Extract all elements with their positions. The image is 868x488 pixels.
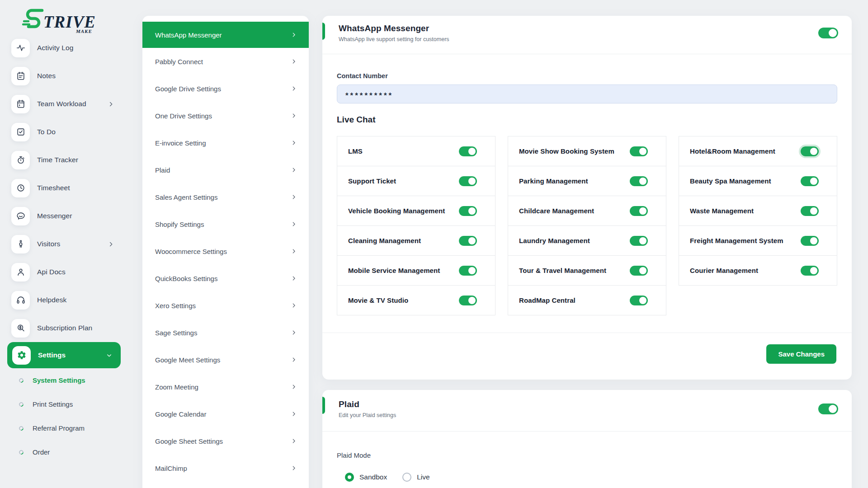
module-toggle[interactable]	[630, 296, 648, 305]
settings-menu-item-e-invoice-setting[interactable]: E-invoice Setting	[142, 129, 309, 156]
sidebar-item-activity-log[interactable]: Activity Log	[0, 34, 131, 62]
radio-unselected-icon[interactable]	[402, 473, 411, 482]
sidebar-subitem-referral-program[interactable]: Referral Program	[0, 416, 131, 440]
module-row-lms: LMS	[337, 136, 495, 166]
module-row-vehicle-booking-management: Vehicle Booking Management	[337, 196, 495, 226]
sidebar-item-time-tracker[interactable]: Time Tracker	[0, 146, 131, 174]
settings-menu-item-plaid[interactable]: Plaid	[142, 156, 309, 183]
menu-item-label: Shopify Settings	[155, 221, 204, 228]
settings-menu-item-shopify-settings[interactable]: Shopify Settings	[142, 211, 309, 238]
sidebar-item-notes[interactable]: Notes	[0, 62, 131, 90]
module-toggle[interactable]	[459, 266, 477, 276]
module-toggle[interactable]	[630, 266, 648, 276]
module-row-tour-travel-management: Tour & Travel Management	[508, 255, 666, 286]
settings-menu-item-whatsapp-messenger[interactable]: WhatsApp Messenger	[142, 22, 309, 48]
module-toggle[interactable]	[459, 206, 477, 216]
module-label: Hotel&Room Management	[690, 147, 775, 155]
settings-menu-item-google-sheet-settings[interactable]: Google Sheet Settings	[142, 427, 309, 455]
settings-menu-item-one-drive-settings[interactable]: One Drive Settings	[142, 102, 309, 129]
settings-menu-item-xero-settings[interactable]: Xero Settings	[142, 292, 309, 319]
plaid-enabled-toggle[interactable]	[818, 404, 838, 414]
module-row-mobile-service-management: Mobile Service Management	[337, 255, 495, 286]
sidebar-item-label: Helpdesk	[37, 296, 66, 304]
module-label: Mobile Service Management	[348, 267, 440, 274]
sidebar-item-messenger[interactable]: Messenger	[0, 202, 131, 230]
gear-icon	[12, 346, 31, 365]
sidebar-item-subscription-plan[interactable]: Subscription Plan	[0, 314, 131, 342]
module-toggle[interactable]	[630, 206, 648, 216]
sidebar-item-label: Notes	[37, 72, 56, 80]
live-chat-column: Hotel&Room ManagementBeauty Spa Manageme…	[679, 136, 837, 286]
settings-menu-item-google-meet-settings[interactable]: Google Meet Settings	[142, 346, 309, 373]
module-toggle[interactable]	[801, 266, 819, 276]
menu-item-label: Xero Settings	[155, 302, 196, 310]
chevron-right-icon	[291, 357, 297, 363]
contact-number-input[interactable]: **********	[337, 84, 837, 103]
module-row-cleaning-management: Cleaning Management	[337, 225, 495, 256]
module-label: Parking Management	[519, 177, 588, 185]
sidebar-item-timesheet[interactable]: Timesheet	[0, 174, 131, 202]
module-toggle[interactable]	[459, 176, 477, 186]
menu-item-label: Google Drive Settings	[155, 85, 221, 93]
module-toggle[interactable]	[630, 236, 648, 246]
module-toggle[interactable]	[459, 146, 477, 156]
module-toggle[interactable]	[801, 146, 819, 156]
sidebar-item-to-do[interactable]: To Do	[0, 118, 131, 146]
sidebar-subitem-system-settings[interactable]: System Settings	[0, 368, 131, 392]
radio-label: Live	[417, 473, 429, 481]
module-toggle[interactable]	[801, 176, 819, 186]
settings-menu-item-mailchimp[interactable]: MailChimp	[142, 455, 309, 482]
menu-item-label: WhatsApp Messenger	[155, 31, 222, 39]
module-toggle[interactable]	[630, 146, 648, 156]
sidebar-item-helpdesk[interactable]: Helpdesk	[0, 286, 131, 314]
menu-item-label: One Drive Settings	[155, 112, 212, 120]
settings-menu-item-pabbly-connect[interactable]: Pabbly Connect	[142, 48, 309, 75]
whatsapp-enabled-toggle[interactable]	[818, 28, 838, 38]
settings-menu-item-google-drive-settings[interactable]: Google Drive Settings	[142, 75, 309, 102]
live-chat-grid: LMSSupport TicketVehicle Booking Managem…	[337, 136, 837, 315]
settings-menu-item-sage-settings[interactable]: Sage Settings	[142, 319, 309, 346]
chevron-right-icon	[108, 241, 114, 248]
plaid-mode-option-live[interactable]: Live	[402, 473, 429, 482]
calendar-icon	[11, 95, 30, 113]
module-toggle[interactable]	[801, 236, 819, 246]
settings-menu-item-woocommerce-settings[interactable]: Woocommerce Settings	[142, 238, 309, 265]
module-row-beauty-spa-management: Beauty Spa Management	[679, 166, 837, 196]
module-row-waste-management: Waste Management	[679, 196, 837, 226]
module-toggle[interactable]	[459, 236, 477, 246]
sidebar-subitem-print-settings[interactable]: Print Settings	[0, 392, 131, 416]
chevron-right-icon	[291, 384, 297, 390]
settings-menu-item-quickbooks-settings[interactable]: QuickBooks Settings	[142, 265, 309, 292]
whatsapp-card-title: WhatsApp Messenger	[339, 23, 818, 33]
settings-sub-nav: System SettingsPrint SettingsReferral Pr…	[0, 368, 131, 464]
activity-icon	[11, 39, 30, 57]
strive-logo[interactable]: TRIVE MAKE	[22, 7, 105, 36]
module-toggle[interactable]	[801, 206, 819, 216]
sidebar-item-label: Visitors	[37, 240, 60, 248]
settings-menu-item-zoom-meeting[interactable]: Zoom Meeting	[142, 373, 309, 400]
chevron-right-icon	[291, 221, 297, 227]
sidebar-subitem-label: System Settings	[33, 376, 85, 384]
module-row-freight-management-system: Freight Management System	[679, 225, 837, 256]
sidebar-item-settings[interactable]: Settings	[7, 342, 121, 368]
radio-selected-icon[interactable]	[345, 473, 354, 482]
plaid-mode-option-sandbox[interactable]: Sandbox	[345, 473, 387, 482]
sidebar-subitem-label: Order	[33, 448, 50, 456]
sidebar-item-visitors[interactable]: Visitors	[0, 230, 131, 258]
sidebar-item-api-docs[interactable]: Api Docs	[0, 258, 131, 286]
sidebar-item-team-workload[interactable]: Team Workload	[0, 90, 131, 118]
bullet-icon	[18, 425, 24, 431]
module-toggle[interactable]	[459, 296, 477, 305]
module-row-laundry-management: Laundry Management	[508, 225, 666, 256]
settings-menu-item-sales-agent-settings[interactable]: Sales Agent Settings	[142, 183, 309, 211]
settings-menu-item-google-calendar[interactable]: Google Calendar	[142, 400, 309, 427]
save-changes-button[interactable]: Save Changes	[766, 344, 836, 364]
plaid-mode-options: SandboxLive	[337, 473, 837, 482]
module-row-movie-tv-studio: Movie & TV Studio	[337, 285, 495, 315]
module-toggle[interactable]	[630, 176, 648, 186]
module-label: RoadMap Central	[519, 296, 576, 304]
sidebar-subitem-order[interactable]: Order	[0, 440, 131, 464]
module-label: Movie & TV Studio	[348, 296, 408, 304]
plaid-card-header: Plaid Edit your Plaid settings	[322, 390, 852, 432]
sidebar-item-label: To Do	[37, 128, 56, 136]
